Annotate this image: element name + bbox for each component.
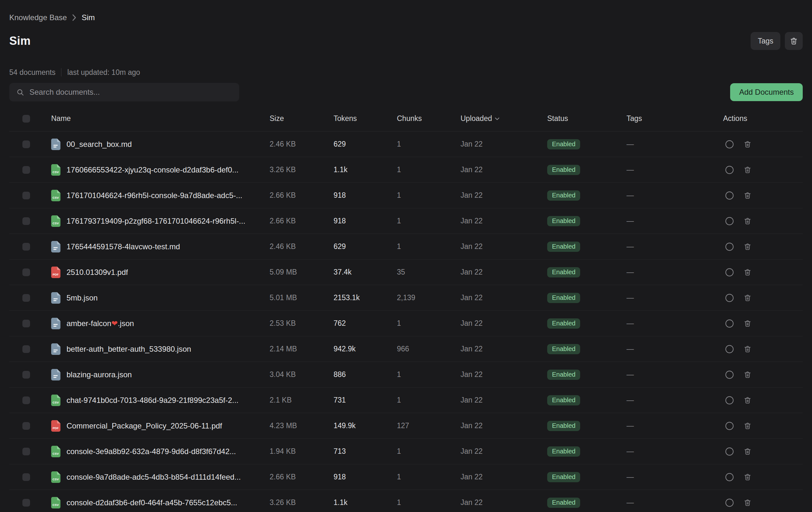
row-checkbox[interactable]: [22, 345, 30, 353]
row-checkbox[interactable]: [22, 243, 30, 250]
row-checkbox[interactable]: [22, 473, 30, 481]
delete-knowledge-base-button[interactable]: [785, 32, 803, 50]
toggle-enabled-button[interactable]: [725, 422, 734, 430]
toggle-enabled-button[interactable]: [725, 447, 734, 456]
row-checkbox[interactable]: [22, 371, 30, 379]
status-badge: Enabled: [547, 216, 580, 226]
document-name-cell[interactable]: blazing-aurora.json: [51, 369, 270, 380]
search-input[interactable]: [29, 87, 236, 97]
document-name-cell[interactable]: CSV console-9a7d8ade-adc5-4db3-b854-d111…: [51, 471, 270, 483]
svg-text:CSV: CSV: [53, 401, 59, 404]
file-type-icon: [51, 369, 60, 380]
document-name-cell[interactable]: 5mb.json: [51, 292, 270, 304]
row-checkbox[interactable]: [22, 397, 30, 404]
row-checkbox[interactable]: [22, 448, 30, 455]
svg-text:CSV: CSV: [53, 503, 59, 507]
document-name: 1761701046624-r96rh5l-console-9a7d8ade-a…: [66, 191, 242, 200]
document-name-cell[interactable]: CSV chat-9741b0cd-7013-486d-9a29-21f899c…: [51, 395, 270, 406]
row-checkbox[interactable]: [22, 422, 30, 430]
document-name-cell[interactable]: 00_search_box.md: [51, 139, 270, 150]
document-tokens: 1.1k: [334, 498, 397, 507]
file-type-icon: [51, 241, 60, 252]
delete-document-button[interactable]: [744, 191, 752, 199]
toggle-enabled-button[interactable]: [725, 140, 734, 149]
add-documents-button[interactable]: Add Documents: [730, 83, 803, 101]
document-name-cell[interactable]: CSV 1761701046624-r96rh5l-console-9a7d8a…: [51, 190, 270, 201]
toggle-enabled-button[interactable]: [725, 242, 734, 251]
row-checkbox[interactable]: [22, 499, 30, 507]
toggle-enabled-button[interactable]: [725, 165, 734, 174]
row-checkbox[interactable]: [22, 320, 30, 327]
breadcrumb: Knowledge Base Sim: [9, 0, 803, 22]
row-checkbox[interactable]: [22, 140, 30, 148]
document-name-cell[interactable]: PDF 2510.01309v1.pdf: [51, 267, 270, 278]
delete-document-button[interactable]: [744, 140, 752, 148]
delete-document-button[interactable]: [744, 319, 752, 327]
row-checkbox[interactable]: [22, 166, 30, 174]
status-badge: Enabled: [547, 421, 580, 431]
row-checkbox[interactable]: [22, 217, 30, 225]
file-type-icon: [51, 318, 60, 329]
document-tags: —: [627, 422, 723, 430]
document-name-cell[interactable]: 1765444591578-4lavcwo-test.md: [51, 241, 270, 252]
delete-document-button[interactable]: [744, 473, 752, 481]
document-chunks: 1: [397, 217, 461, 225]
svg-text:CSV: CSV: [53, 170, 59, 174]
delete-document-button[interactable]: [744, 217, 752, 225]
delete-document-button[interactable]: [744, 371, 752, 379]
chevron-down-icon: [495, 117, 499, 120]
search-box[interactable]: [9, 83, 239, 102]
toggle-enabled-button[interactable]: [725, 293, 734, 302]
file-type-icon: CSV: [51, 164, 60, 176]
column-header-status[interactable]: Status: [547, 114, 627, 123]
delete-document-button[interactable]: [744, 268, 752, 276]
row-checkbox[interactable]: [22, 268, 30, 276]
document-tags: —: [627, 165, 723, 174]
document-chunks: 1: [397, 396, 461, 404]
toggle-enabled-button[interactable]: [725, 473, 734, 482]
document-name: console-9a7d8ade-adc5-4db3-b854-d111d14f…: [66, 473, 241, 482]
circle-icon: [725, 370, 734, 379]
delete-document-button[interactable]: [744, 447, 752, 455]
column-header-tags[interactable]: Tags: [627, 114, 723, 123]
toggle-enabled-button[interactable]: [725, 217, 734, 225]
select-all-checkbox[interactable]: [22, 115, 30, 123]
breadcrumb-knowledge-base[interactable]: Knowledge Base: [9, 13, 67, 22]
toggle-enabled-button[interactable]: [725, 345, 734, 354]
row-actions: [723, 345, 803, 354]
delete-document-button[interactable]: [744, 243, 752, 250]
column-header-name[interactable]: Name: [51, 114, 270, 123]
delete-document-button[interactable]: [744, 345, 752, 353]
delete-document-button[interactable]: [744, 166, 752, 174]
document-chunks: 1: [397, 319, 461, 328]
column-header-tokens[interactable]: Tokens: [334, 114, 397, 123]
document-tokens: 762: [334, 319, 397, 328]
tags-button[interactable]: Tags: [751, 32, 780, 50]
document-name-cell[interactable]: PDF Commercial_Package_Policy_2025-06-11…: [51, 420, 270, 432]
column-header-chunks[interactable]: Chunks: [397, 114, 461, 123]
toggle-enabled-button[interactable]: [725, 319, 734, 328]
delete-document-button[interactable]: [744, 498, 752, 507]
document-name-cell[interactable]: CSV console-d2daf3b6-def0-464f-a45b-7655…: [51, 497, 270, 509]
delete-document-button[interactable]: [744, 294, 752, 302]
row-checkbox[interactable]: [22, 294, 30, 302]
document-name-cell[interactable]: CSV 1761793719409-p2zgf68-1761701046624-…: [51, 215, 270, 227]
delete-document-button[interactable]: [744, 422, 752, 430]
document-tokens: 918: [334, 191, 397, 200]
toggle-enabled-button[interactable]: [725, 191, 734, 200]
document-chunks: 1: [397, 473, 461, 481]
document-name-cell[interactable]: CSV console-3e9a8b92-632a-4879-9d6d-d8f3…: [51, 446, 270, 457]
column-header-uploaded[interactable]: Uploaded: [461, 114, 547, 123]
delete-document-button[interactable]: [744, 396, 752, 404]
row-actions: [723, 396, 803, 405]
toggle-enabled-button[interactable]: [725, 396, 734, 405]
document-tokens: 149.9k: [334, 422, 397, 430]
toggle-enabled-button[interactable]: [725, 268, 734, 277]
document-name-cell[interactable]: better-auth_better-auth_533980.json: [51, 343, 270, 355]
document-name-cell[interactable]: amber-falcon❤.json: [51, 318, 270, 329]
toggle-enabled-button[interactable]: [725, 498, 734, 507]
row-checkbox[interactable]: [22, 192, 30, 199]
column-header-size[interactable]: Size: [270, 114, 334, 123]
toggle-enabled-button[interactable]: [725, 370, 734, 379]
document-name-cell[interactable]: CSV 1760666553422-xjyu23q-console-d2daf3…: [51, 164, 270, 176]
